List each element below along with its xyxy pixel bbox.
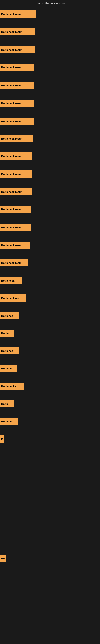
bar-label: Bottleneck result bbox=[1, 84, 22, 87]
bar-container: Bottleneck result bbox=[0, 148, 100, 164]
bar-label: Bottleneck r bbox=[1, 385, 16, 388]
bar-label: Bottleneck result bbox=[1, 226, 22, 229]
bottleneck-bar[interactable]: Bottlenec bbox=[0, 418, 18, 425]
bar-container bbox=[0, 603, 100, 620]
site-title: TheBottlenecker.com bbox=[0, 0, 100, 6]
bar-container bbox=[0, 448, 100, 465]
bottleneck-bar[interactable]: Bottlenec bbox=[0, 347, 19, 354]
bottleneck-bar[interactable]: Bottleneck result bbox=[0, 188, 32, 196]
bar-container: B bbox=[0, 431, 100, 447]
bar-label: Bottlenec bbox=[1, 349, 13, 352]
bottleneck-bar[interactable]: Bottleneck res bbox=[0, 294, 26, 302]
bar-container: Bottleneck resu bbox=[0, 255, 100, 271]
bar-container bbox=[0, 568, 100, 584]
bar-container: Bottle bbox=[0, 325, 100, 341]
bar-label: Bottle bbox=[1, 332, 9, 335]
bar-label: Bo bbox=[1, 557, 4, 560]
bar-container: Bottleneck result bbox=[0, 184, 100, 200]
bar-container: Bottlenec bbox=[0, 413, 100, 430]
bottleneck-bar[interactable]: Bottleneck result bbox=[0, 82, 34, 89]
bar-container bbox=[0, 621, 100, 637]
bottleneck-bar[interactable]: Bottleneck result bbox=[0, 135, 33, 142]
bar-label: Bottleneck result bbox=[1, 190, 22, 194]
bottleneck-bar[interactable]: Bottleneck result bbox=[0, 152, 32, 160]
bar-label: Bottleneck result bbox=[1, 102, 22, 105]
bar-label: Bottleneck res bbox=[1, 297, 19, 300]
bottleneck-bar[interactable]: Bottlenec bbox=[0, 312, 19, 320]
bar-container bbox=[0, 466, 100, 482]
bar-label: Bottleneck result bbox=[1, 154, 22, 158]
bottleneck-bar[interactable]: Bottleneck result bbox=[0, 242, 30, 249]
bottleneck-bar[interactable]: Bottleneck resu bbox=[0, 259, 28, 266]
bar-container: Bottle bbox=[0, 396, 100, 412]
bar-label: Bottleneck result bbox=[1, 208, 22, 211]
bar-container bbox=[0, 586, 100, 602]
bar-container: Bottleneck result bbox=[0, 95, 100, 111]
bar-container: Bottleneck result bbox=[0, 113, 100, 130]
bar-label: Bottleneck result bbox=[1, 120, 22, 123]
bottleneck-bar[interactable]: Bottleneck result bbox=[0, 64, 34, 71]
bottleneck-bar[interactable]: Bottleneck result bbox=[0, 10, 36, 18]
bar-container: Bottleneck res bbox=[0, 290, 100, 306]
bar-container: Bottlene bbox=[0, 360, 100, 376]
bar-container: Bottleneck bbox=[0, 272, 100, 288]
bar-container: Bottleneck result bbox=[0, 24, 100, 40]
bar-container: Bottlenec bbox=[0, 343, 100, 359]
bar-container: Bottleneck result bbox=[0, 219, 100, 236]
bar-container: Bottleneck result bbox=[0, 42, 100, 58]
bottleneck-bar[interactable]: B bbox=[0, 435, 4, 442]
bar-label: Bottlenec bbox=[1, 314, 13, 317]
bar-container: Bottleneck result bbox=[0, 166, 100, 182]
bar-label: Bottleneck result bbox=[1, 48, 22, 51]
bottleneck-bar[interactable]: Bottle bbox=[0, 330, 14, 337]
bottleneck-bar[interactable]: Bottlene bbox=[0, 365, 17, 372]
bottleneck-bar[interactable]: Bo bbox=[0, 555, 6, 562]
bottleneck-bar[interactable]: Bottleneck result bbox=[0, 206, 31, 213]
bottleneck-bar[interactable]: Bottleneck result bbox=[0, 118, 34, 125]
bar-container bbox=[0, 484, 100, 500]
bottleneck-bar[interactable]: Bottleneck bbox=[0, 277, 22, 284]
bar-label: Bottleneck result bbox=[1, 66, 22, 69]
bar-label: Bottleneck result bbox=[1, 13, 22, 16]
bar-container: Bottleneck result bbox=[0, 201, 100, 217]
bar-container: Bottleneck result bbox=[0, 130, 100, 147]
bar-label: Bottleneck result bbox=[1, 173, 22, 176]
bar-container: Bottleneck result bbox=[0, 59, 100, 75]
bottleneck-bar[interactable]: Bottleneck r bbox=[0, 382, 24, 390]
bottleneck-bar[interactable]: Bottleneck result bbox=[0, 100, 34, 107]
bar-label: Bottleneck result bbox=[1, 244, 22, 247]
bar-label: Bottlenec bbox=[1, 420, 13, 423]
site-title-container: TheBottlenecker.com bbox=[0, 0, 100, 6]
bottleneck-bar[interactable]: Bottleneck result bbox=[0, 28, 35, 36]
bar-label: Bottleneck bbox=[1, 279, 14, 282]
bar-label: Bottle bbox=[1, 402, 9, 405]
bar-label: B bbox=[1, 438, 3, 440]
bar-container: Bottlenec bbox=[0, 308, 100, 324]
bar-container: Bottleneck result bbox=[0, 237, 100, 253]
bottleneck-bar[interactable]: Bottleneck result bbox=[0, 46, 35, 53]
bar-label: Bottleneck resu bbox=[1, 262, 21, 264]
bar-container: Bo bbox=[0, 550, 100, 566]
bar-label: Bottleneck result bbox=[1, 137, 22, 140]
bar-container: Bottleneck result bbox=[0, 77, 100, 94]
bar-label: Bottlene bbox=[1, 367, 12, 370]
bar-label: Bottleneck result bbox=[1, 30, 22, 34]
bottleneck-bar[interactable]: Bottle bbox=[0, 400, 14, 407]
bottleneck-bar[interactable]: Bottleneck result bbox=[0, 170, 32, 178]
bottleneck-bar[interactable]: Bottleneck result bbox=[0, 224, 31, 231]
bar-container: Bottleneck result bbox=[0, 6, 100, 22]
bar-container: Bottleneck r bbox=[0, 378, 100, 394]
